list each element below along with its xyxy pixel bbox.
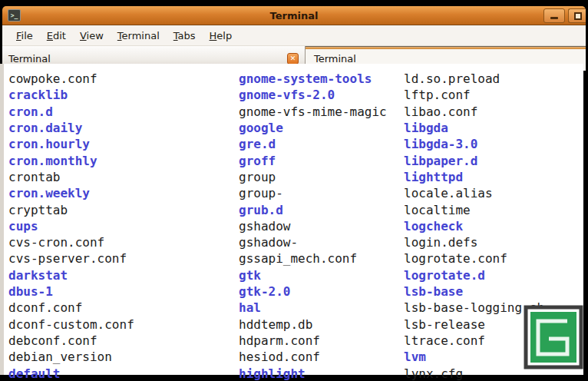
file-entry: dconf.conf — [8, 300, 134, 316]
menu-bar: File Edit View Terminal Tabs Help — [2, 25, 586, 46]
file-entry: cracklib — [8, 87, 134, 103]
file-entry: gnome-system-tools — [239, 71, 387, 87]
tab-label: Terminal — [8, 53, 287, 65]
file-entry: hddtemp.db — [239, 316, 387, 333]
file-entry: dbus-1 — [8, 283, 134, 300]
g-logo-watermark — [524, 305, 583, 369]
file-entry: hal — [239, 300, 387, 316]
file-entry: group — [239, 169, 387, 185]
file-entry: cron.daily — [8, 120, 134, 136]
file-entry: gssapi_mech.conf — [239, 250, 387, 267]
file-entry: gshadow- — [239, 234, 387, 250]
file-entry: libpaper.d — [404, 153, 544, 169]
file-entry: gtk — [239, 267, 387, 283]
file-entry: lftp.conf — [404, 87, 544, 103]
screen: >_ Terminal File Edit View Terminal Tabs… — [0, 0, 588, 381]
file-entry: google — [239, 120, 387, 136]
file-entry: cron.monthly — [8, 153, 134, 169]
file-entry: ld.so.preload — [404, 71, 544, 87]
file-entry: highlight — [239, 366, 387, 381]
file-entry: group- — [239, 185, 387, 201]
file-entry: login.defs — [404, 234, 544, 250]
file-column-1: cowpoke.confcracklibcron.dcron.dailycron… — [8, 71, 134, 381]
file-entry: gnome-vfs-mime-magic — [239, 104, 387, 120]
file-entry: gtk-2.0 — [239, 283, 387, 300]
file-entry: locale.alias — [404, 185, 544, 201]
minimize-icon — [550, 17, 558, 19]
file-entry: cron.d — [8, 104, 134, 120]
file-entry: debian_version — [8, 349, 134, 365]
menu-help[interactable]: Help — [203, 27, 239, 45]
file-entry: default — [8, 366, 134, 381]
file-entry: gnome-vfs-2.0 — [239, 87, 387, 103]
file-entry: logrotate.conf — [404, 250, 544, 267]
file-entry: cvs-pserver.conf — [8, 250, 134, 267]
file-entry: gshadow — [239, 218, 387, 234]
file-entry: lsb-base — [404, 283, 544, 300]
maximize-icon — [574, 12, 582, 20]
file-entry: groff — [239, 153, 387, 169]
file-entry: libao.conf — [404, 104, 544, 120]
file-entry: gre.d — [239, 136, 387, 152]
file-entry: crypttab — [8, 202, 134, 218]
file-entry: cups — [8, 218, 134, 234]
tab-label: Terminal — [314, 53, 356, 65]
window-title: Terminal — [2, 10, 586, 22]
file-entry: dconf-custom.conf — [8, 316, 134, 333]
file-entry: debconf.conf — [8, 333, 134, 349]
minimize-button[interactable] — [543, 8, 565, 23]
file-column-2: gnome-system-toolsgnome-vfs-2.0gnome-vfs… — [239, 71, 387, 381]
window-controls — [543, 8, 586, 23]
file-entry: logrotate.d — [404, 267, 544, 283]
file-entry: lighttpd — [404, 169, 544, 185]
file-entry: cron.weekly — [8, 185, 134, 201]
file-entry: cvs-cron.conf — [8, 234, 134, 250]
menu-edit[interactable]: Edit — [40, 27, 73, 45]
file-entry: crontab — [8, 169, 134, 185]
terminal-app-icon[interactable]: >_ — [8, 9, 21, 22]
tab-close-button[interactable]: ✕ — [287, 53, 299, 65]
file-entry: hdparm.conf — [239, 333, 387, 349]
file-entry: grub.d — [239, 202, 387, 218]
file-entry: cron.hourly — [8, 136, 134, 152]
file-entry: darkstat — [8, 267, 134, 283]
file-entry: logcheck — [404, 218, 544, 234]
menu-tabs[interactable]: Tabs — [167, 27, 203, 45]
file-entry: hesiod.conf — [239, 349, 387, 365]
maximize-button[interactable] — [568, 8, 586, 23]
file-entry: libgda — [404, 120, 544, 136]
file-entry: libgda-3.0 — [404, 136, 544, 152]
titlebar[interactable]: >_ Terminal — [2, 6, 586, 25]
file-entry: localtime — [404, 202, 544, 218]
menu-file[interactable]: File — [9, 27, 40, 45]
menu-terminal[interactable]: Terminal — [111, 27, 167, 45]
file-entry: cowpoke.conf — [8, 71, 134, 87]
menu-view[interactable]: View — [73, 27, 111, 45]
